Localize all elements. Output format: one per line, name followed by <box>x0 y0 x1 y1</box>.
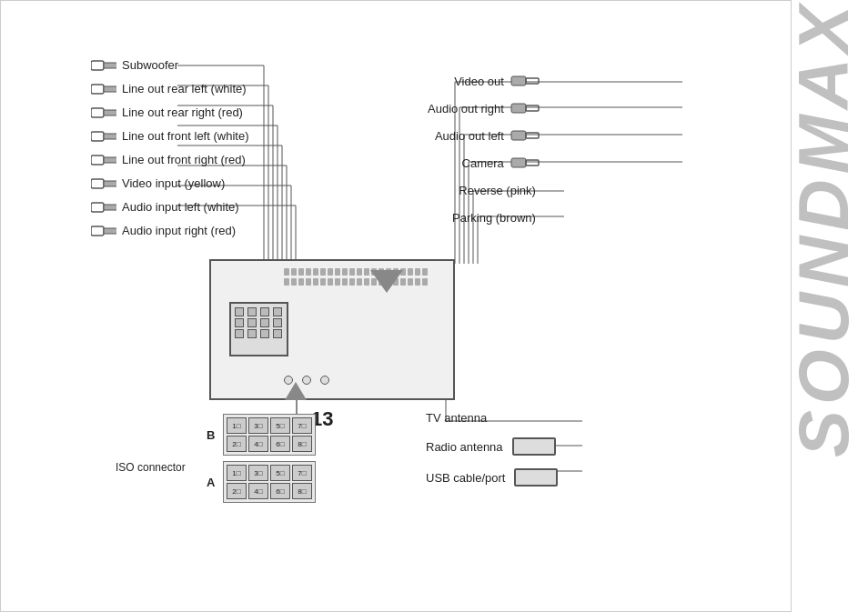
radio-antenna-row: Radio antenna <box>426 437 558 456</box>
iso-a-6: 6□ <box>270 483 290 499</box>
video-out-label: Video out <box>454 75 504 88</box>
iso-a-3: 3□ <box>248 465 268 481</box>
label-row-parking: Parking (brown) <box>428 207 541 227</box>
subwoofer-label: Subwoofer <box>122 58 178 72</box>
iso-b-5: 5□ <box>270 417 290 434</box>
device-box <box>209 259 455 400</box>
parking-label: Parking (brown) <box>452 211 536 225</box>
label-row-audio-out-left: Audio out left <box>428 125 541 145</box>
svg-rect-54 <box>526 78 539 84</box>
tv-antenna-label: TV antenna <box>426 411 487 425</box>
iso-a-grid: 1□ 3□ 5□ 7□ 2□ 4□ 6□ 8□ <box>223 461 316 503</box>
reverse-label: Reverse (pink) <box>459 184 536 197</box>
svg-rect-58 <box>526 133 539 138</box>
label-row-video-input: Video input (yellow) <box>91 173 248 193</box>
usb-cable-row: USB cable/port <box>426 468 558 487</box>
connector-icon-video-input <box>91 176 116 189</box>
iso-a-5: 5□ <box>270 465 290 481</box>
iso-b-label: B <box>207 428 215 442</box>
left-labels-container: Subwoofer Line out rear left (white) Lin… <box>91 55 248 244</box>
label-row-audio-input-left: Audio input left (white) <box>91 196 248 216</box>
iso-a-4: 4□ <box>248 483 268 499</box>
usb-cable-label: USB cable/port <box>426 471 505 485</box>
svg-rect-48 <box>104 181 116 186</box>
iso-b-7: 7□ <box>292 417 312 434</box>
label-row-line-out-front-left: Line out front left (white) <box>91 125 248 145</box>
iso-connector-label: ISO connector <box>116 461 186 474</box>
svg-rect-43 <box>91 132 104 141</box>
line-out-front-left-label: Line out front left (white) <box>122 129 248 143</box>
bottom-right-connectors: TV antenna Radio antenna USB cable/port <box>426 411 558 487</box>
svg-rect-40 <box>104 86 116 92</box>
label-row-line-out-rear-left: Line out rear left (white) <box>91 78 248 98</box>
connector-icon-audio-out-right <box>510 101 541 115</box>
svg-rect-57 <box>511 131 526 140</box>
iso-section-a: A 1□ 3□ 5□ 7□ 2□ 4□ 6□ 8□ <box>223 461 316 503</box>
svg-rect-44 <box>104 134 116 139</box>
label-row-audio-input-right: Audio input right (red) <box>91 220 248 240</box>
svg-rect-46 <box>104 157 116 163</box>
svg-rect-59 <box>511 158 526 167</box>
svg-rect-42 <box>104 110 116 115</box>
label-row-line-out-rear-right: Line out rear right (red) <box>91 102 248 122</box>
iso-section-b: B 1□ 3□ 5□ 7□ 2□ 4□ 6□ 8□ <box>223 414 316 456</box>
svg-rect-49 <box>91 203 104 212</box>
svg-rect-60 <box>526 160 539 166</box>
iso-a-label: A <box>207 476 215 489</box>
svg-rect-38 <box>104 63 116 68</box>
svg-rect-41 <box>91 108 104 117</box>
iso-connector-area: ISO connector B 1□ 3□ 5□ 7□ 2□ 4□ 6□ 8□ … <box>223 414 316 507</box>
connector-icon-line-out-front-left <box>91 129 116 142</box>
iso-b-grid: 1□ 3□ 5□ 7□ 2□ 4□ 6□ 8□ <box>223 414 316 456</box>
iso-b-4: 4□ <box>248 436 268 452</box>
label-row-line-out-front-right: Line out front right (red) <box>91 149 248 169</box>
label-row-reverse: Reverse (pink) <box>428 180 541 200</box>
svg-rect-50 <box>104 205 116 210</box>
iso-b-2: 2□ <box>227 436 247 452</box>
iso-b-3: 3□ <box>248 417 268 434</box>
label-row-camera: Camera <box>428 153 541 173</box>
connector-icon-subwoofer <box>91 58 116 71</box>
radio-antenna-connector <box>512 437 556 456</box>
connector-icon-audio-out-left <box>510 128 541 143</box>
label-row-audio-out-right: Audio out right <box>428 98 541 118</box>
connector-icon-line-out-rear-left <box>91 82 116 95</box>
iso-b-6: 6□ <box>270 436 290 452</box>
line-out-rear-right-label: Line out rear right (red) <box>122 105 243 119</box>
audio-input-right-label: Audio input right (red) <box>122 224 236 237</box>
iso-b-1: 1□ <box>227 417 247 434</box>
connector-icon-audio-input-left <box>91 200 116 213</box>
connector-icon-video-out <box>510 74 541 88</box>
usb-cable-connector <box>514 468 558 487</box>
svg-rect-51 <box>91 226 104 236</box>
right-labels-container: Video out Audio out right Audio out left <box>428 71 541 235</box>
line-out-front-right-label: Line out front right (red) <box>122 153 246 166</box>
connector-icon-line-out-front-right <box>91 153 116 166</box>
svg-rect-56 <box>526 105 539 111</box>
tv-antenna-row: TV antenna <box>426 411 558 425</box>
audio-input-left-label: Audio input left (white) <box>122 200 239 214</box>
svg-rect-55 <box>511 104 526 113</box>
iso-a-7: 7□ <box>292 465 312 481</box>
svg-rect-52 <box>104 228 116 234</box>
iso-a-2: 2□ <box>227 483 247 499</box>
iso-a-1: 1□ <box>227 465 247 481</box>
radio-antenna-label: Radio antenna <box>426 440 503 454</box>
camera-label: Camera <box>462 156 504 170</box>
audio-out-right-label: Audio out right <box>428 102 504 115</box>
inner-iso-box <box>229 302 288 356</box>
diagram-container: SOUNDMAX <box>0 0 868 612</box>
connector-icon-camera <box>510 156 541 170</box>
label-row-subwoofer: Subwoofer <box>91 55 248 75</box>
cable-arrow-icon <box>370 270 403 293</box>
svg-rect-37 <box>91 61 104 70</box>
iso-a-8: 8□ <box>292 483 312 499</box>
svg-rect-45 <box>91 156 104 165</box>
up-arrow-icon <box>285 382 307 400</box>
svg-rect-47 <box>91 179 104 188</box>
brand-logo: SOUNDMAX <box>788 0 859 457</box>
connector-icon-line-out-rear-right <box>91 105 116 118</box>
audio-out-left-label: Audio out left <box>435 129 504 143</box>
line-out-rear-left-label: Line out rear left (white) <box>122 82 247 95</box>
connector-icon-audio-input-right <box>91 224 116 236</box>
